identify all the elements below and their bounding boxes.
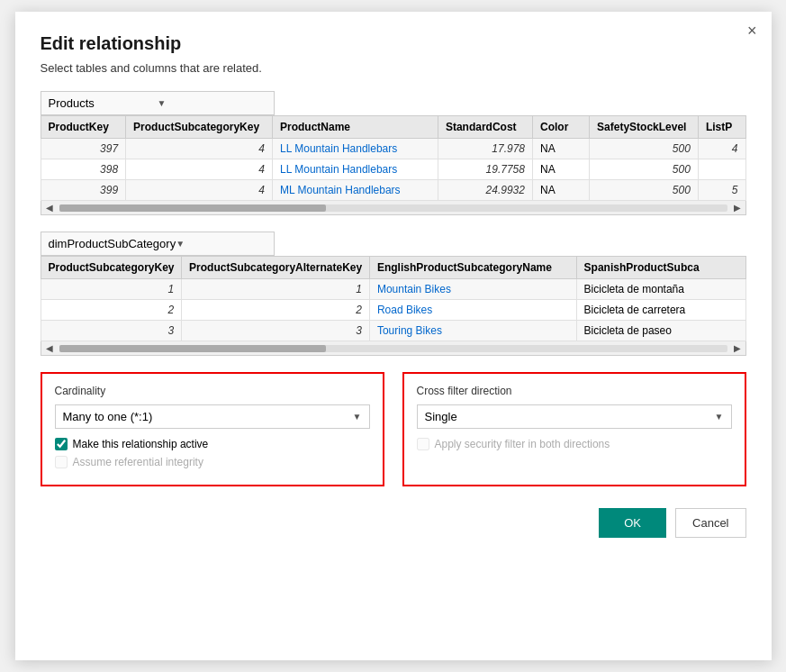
dialog-subtitle: Select tables and columns that are relat… [41, 61, 746, 75]
close-button[interactable]: × [747, 23, 757, 39]
table-row: 399 4 ML Mountain Handlebars 24.9932 NA … [41, 180, 745, 201]
t1-cell-name: LL Mountain Handlebars [272, 159, 438, 180]
t2-cell-english: Touring Bikes [369, 321, 576, 341]
table2-grid: ProductSubcategoryKey ProductSubcategory… [41, 256, 746, 341]
cardinality-dropdown[interactable]: Many to one (*:1) ▼ [55, 404, 370, 429]
t1-cell-subcat: 4 [126, 159, 273, 180]
dialog-title: Edit relationship [41, 33, 746, 54]
t1-col-productsubcategorykey: ProductSubcategoryKey [126, 116, 273, 139]
ok-button[interactable]: OK [599, 508, 666, 538]
t1-col-listp: ListP [698, 116, 745, 139]
t1-cell-cost: 17.978 [438, 139, 532, 159]
table-row: 2 2 Road Bikes Bicicleta de carretera [41, 300, 745, 321]
table2-chevron-icon: ▼ [176, 239, 266, 249]
t2-col-spanish: SpanishProductSubca [576, 257, 745, 279]
cross-filter-dropdown[interactable]: Single ▼ [417, 404, 732, 429]
t1-cell-key: 397 [41, 139, 126, 159]
referential-integrity-label: Assume referential integrity [73, 456, 203, 468]
t1-cell-cost: 24.9932 [438, 180, 532, 201]
table1-grid: ProductKey ProductSubcategoryKey Product… [41, 115, 746, 201]
table2-dropdown[interactable]: dimProductSubCategory ▼ [41, 232, 275, 256]
t2-col-english: EnglishProductSubcategoryName [369, 257, 576, 279]
t1-cell-list: 5 [698, 180, 745, 201]
t2-col-productsubcategorykey: ProductSubcategoryKey [41, 257, 182, 279]
table2-scroll-left-icon[interactable]: ◀ [43, 343, 56, 353]
t1-col-productkey: ProductKey [41, 116, 126, 139]
table-row: 398 4 LL Mountain Handlebars 19.7758 NA … [41, 159, 745, 180]
t1-col-standardcost: StandardCost [438, 116, 532, 139]
t2-cell-spanish: Bicicleta de paseo [576, 321, 745, 341]
t2-cell-english: Road Bikes [369, 300, 576, 321]
t1-col-color: Color [532, 116, 589, 139]
table1-scrollbar-thumb [59, 204, 327, 212]
table1-scrollbar[interactable]: ◀ ▶ [41, 201, 746, 215]
t1-cell-cost: 19.7758 [438, 159, 532, 180]
t2-cell-key: 2 [41, 300, 182, 321]
t2-cell-spanish: Bicicleta de carretera [576, 300, 745, 321]
table1-chevron-icon: ▼ [158, 98, 267, 108]
referential-integrity-checkbox[interactable] [55, 456, 68, 468]
t1-cell-name: LL Mountain Handlebars [272, 139, 438, 159]
t1-cell-subcat: 4 [126, 180, 273, 201]
table1-dropdown[interactable]: Products ▼ [41, 91, 275, 115]
table1-scroll-right-icon[interactable]: ▶ [731, 203, 744, 213]
t2-cell-english: Mountain Bikes [369, 279, 576, 300]
table1-section: Products ▼ ProductKey ProductSubcategory… [41, 91, 746, 215]
t1-cell-color: NA [532, 159, 589, 180]
t1-cell-subcat: 4 [126, 139, 273, 159]
dialog-footer: OK Cancel [41, 508, 746, 538]
cross-filter-chevron-icon: ▼ [715, 412, 724, 422]
active-relationship-checkbox[interactable] [55, 438, 68, 450]
table-row: 3 3 Touring Bikes Bicicleta de paseo [41, 321, 745, 341]
edit-relationship-dialog: × Edit relationship Select tables and co… [15, 12, 772, 660]
cardinality-label: Cardinality [55, 385, 370, 397]
t2-cell-altkey: 2 [182, 300, 370, 321]
table2-scrollbar[interactable]: ◀ ▶ [41, 341, 746, 356]
t1-cell-list: 4 [698, 139, 745, 159]
t1-cell-name: ML Mountain Handlebars [272, 180, 438, 201]
t1-cell-color: NA [532, 180, 589, 201]
cross-filter-label: Cross filter direction [417, 385, 732, 397]
bottom-section: Cardinality Many to one (*:1) ▼ Make thi… [41, 372, 746, 486]
t2-col-alternatekey: ProductSubcategoryAlternateKey [182, 257, 370, 279]
t2-cell-altkey: 3 [182, 321, 370, 341]
security-filter-row: Apply security filter in both directions [417, 438, 732, 450]
table2-scrollbar-thumb [59, 345, 327, 352]
cardinality-value: Many to one (*:1) [63, 410, 353, 423]
active-relationship-label: Make this relationship active [73, 438, 209, 450]
table1-scrollbar-track [59, 204, 727, 212]
table-row: 1 1 Mountain Bikes Bicicleta de montaña [41, 279, 745, 300]
t1-cell-stock: 500 [590, 180, 699, 201]
t1-cell-key: 399 [41, 180, 126, 201]
t1-col-safetystocklevel: SafetyStockLevel [590, 116, 699, 139]
t1-cell-stock: 500 [590, 159, 699, 180]
t1-cell-key: 398 [41, 159, 126, 180]
t2-cell-key: 1 [41, 279, 182, 300]
table1-scroll-left-icon[interactable]: ◀ [43, 203, 56, 213]
security-filter-checkbox[interactable] [417, 438, 429, 450]
t1-col-productname: ProductName [272, 116, 438, 139]
t1-cell-stock: 500 [590, 139, 699, 159]
referential-integrity-row: Assume referential integrity [55, 456, 370, 468]
cancel-button[interactable]: Cancel [675, 508, 745, 538]
security-filter-label: Apply security filter in both directions [435, 438, 610, 450]
cross-filter-box: Cross filter direction Single ▼ Apply se… [402, 372, 746, 486]
t2-cell-altkey: 1 [182, 279, 370, 300]
table2-section: dimProductSubCategory ▼ ProductSubcatego… [41, 232, 746, 356]
t2-cell-key: 3 [41, 321, 182, 341]
table-row: 397 4 LL Mountain Handlebars 17.978 NA 5… [41, 139, 745, 159]
t1-cell-list [698, 159, 745, 180]
cross-filter-value: Single [425, 410, 715, 423]
active-relationship-row: Make this relationship active [55, 438, 370, 450]
t1-cell-color: NA [532, 139, 589, 159]
table2-dropdown-value: dimProductSubCategory [49, 237, 176, 250]
table2-scroll-right-icon[interactable]: ▶ [731, 343, 744, 353]
cardinality-chevron-icon: ▼ [353, 412, 362, 422]
t2-cell-spanish: Bicicleta de montaña [576, 279, 745, 300]
table1-dropdown-value: Products [49, 96, 158, 110]
table2-scrollbar-track [59, 345, 727, 352]
cardinality-box: Cardinality Many to one (*:1) ▼ Make thi… [41, 372, 384, 486]
